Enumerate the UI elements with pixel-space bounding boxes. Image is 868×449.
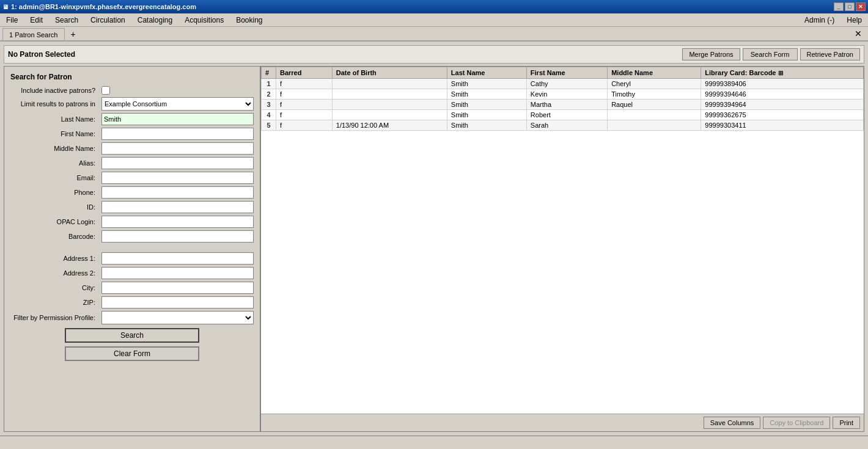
table-cell: 99999394964: [701, 100, 864, 110]
table-cell: [332, 89, 447, 100]
table-row[interactable]: 4fSmithRobert99999362675: [262, 110, 864, 120]
table-header-row: # Barred Date of Birth Last Name First N…: [262, 67, 864, 79]
results-tbody: 1fSmithCathyCheryl999993894062fSmithKevi…: [262, 79, 864, 131]
include-inactive-checkbox[interactable]: [101, 86, 110, 95]
merge-patrons-button[interactable]: Merge Patrons: [682, 48, 740, 60]
id-input[interactable]: [101, 201, 254, 213]
barcode-row: Barcode:: [10, 230, 254, 243]
minimize-button[interactable]: _: [834, 2, 844, 11]
table-cell: [608, 120, 701, 131]
city-input[interactable]: [101, 282, 254, 294]
alias-row: Alias:: [10, 157, 254, 169]
table-row[interactable]: 1fSmithCathyCheryl99999389406: [262, 79, 864, 89]
alias-input[interactable]: [101, 157, 254, 169]
menu-admin[interactable]: Admin (-): [801, 15, 838, 26]
opac-login-row: OPAC Login:: [10, 216, 254, 228]
middle-name-input[interactable]: [101, 142, 254, 155]
menu-booking[interactable]: Booking: [232, 15, 266, 26]
limit-results-row: Limit results to patrons in Example Cons…: [10, 97, 254, 111]
table-cell: f: [276, 120, 333, 131]
search-form-button[interactable]: Search Form: [743, 48, 798, 60]
phone-row: Phone:: [10, 186, 254, 199]
results-table-container[interactable]: # Barred Date of Birth Last Name First N…: [261, 67, 864, 414]
table-cell: 99999389406: [701, 79, 864, 89]
table-row[interactable]: 3fSmithMarthaRaquel99999394964: [262, 100, 864, 110]
close-button[interactable]: ✕: [856, 2, 866, 11]
maximize-button[interactable]: □: [845, 2, 855, 11]
col-dob[interactable]: Date of Birth: [332, 67, 447, 79]
table-row[interactable]: 2fSmithKevinTimothy99999394646: [262, 89, 864, 100]
col-num[interactable]: #: [262, 67, 276, 79]
zip-row: ZIP:: [10, 296, 254, 308]
table-cell: [332, 79, 447, 89]
table-cell: Smith: [447, 89, 526, 100]
tab-bar: 1 Patron Search + ✕: [0, 27, 868, 42]
phone-input[interactable]: [101, 186, 254, 199]
include-inactive-row: Include inactive patrons?: [10, 86, 254, 95]
first-name-row: First Name:: [10, 128, 254, 140]
retrieve-patron-button[interactable]: Retrieve Patron: [800, 48, 860, 60]
filter-row: Filter by Permission Profile:: [10, 311, 254, 324]
table-cell: Smith: [447, 79, 526, 89]
col-last-name[interactable]: Last Name: [447, 67, 526, 79]
menu-cataloging[interactable]: Cataloging: [134, 15, 176, 26]
search-area: Search for Patron Include inactive patro…: [4, 66, 864, 432]
results-table: # Barred Date of Birth Last Name First N…: [261, 67, 864, 131]
col-middle-name[interactable]: Middle Name: [608, 67, 701, 79]
zip-input[interactable]: [101, 296, 254, 308]
col-first-name[interactable]: First Name: [526, 67, 607, 79]
col-library-card[interactable]: Library Card: Barcode ⊞: [701, 67, 864, 79]
barcode-input[interactable]: [101, 230, 254, 243]
opac-login-input[interactable]: [101, 216, 254, 228]
print-button[interactable]: Print: [833, 417, 860, 429]
results-bottom-bar: Save Columns Copy to Clipboard Print: [261, 414, 864, 431]
phone-label: Phone:: [10, 189, 99, 196]
address1-row: Address 1:: [10, 252, 254, 265]
table-cell: Raquel: [608, 100, 701, 110]
table-cell: 99999394646: [701, 89, 864, 100]
alias-label: Alias:: [10, 159, 99, 167]
clear-form-button[interactable]: Clear Form: [65, 346, 199, 361]
menu-file[interactable]: File: [2, 15, 21, 26]
table-cell: [332, 110, 447, 120]
address2-input[interactable]: [101, 267, 254, 279]
save-columns-button[interactable]: Save Columns: [704, 417, 761, 429]
main-content: No Patron Selected Merge Patrons Search …: [0, 42, 868, 436]
copy-clipboard-button[interactable]: Copy to Clipboard: [763, 417, 830, 429]
table-cell: 2: [262, 89, 276, 100]
window-title: 1: admin@BR1-winxpvmfx.phasefx.evergreen…: [11, 3, 196, 10]
tab-close-button[interactable]: ✕: [851, 29, 866, 38]
menu-circulation[interactable]: Circulation: [87, 15, 129, 26]
results-panel: # Barred Date of Birth Last Name First N…: [261, 67, 864, 431]
menu-bar: File Edit Search Circulation Cataloging …: [0, 13, 868, 27]
last-name-input[interactable]: [101, 113, 254, 125]
menu-search[interactable]: Search: [51, 15, 82, 26]
first-name-input[interactable]: [101, 128, 254, 140]
menu-acquisitions[interactable]: Acquisitions: [181, 15, 227, 26]
address1-input[interactable]: [101, 252, 254, 265]
city-row: City:: [10, 282, 254, 294]
patron-buttons: Merge Patrons Search Form Retrieve Patro…: [682, 48, 860, 60]
tab-patron-search[interactable]: 1 Patron Search: [2, 28, 65, 40]
limit-results-label: Limit results to patrons in: [10, 100, 99, 108]
table-cell: Cathy: [526, 79, 607, 89]
menu-help[interactable]: Help: [843, 15, 866, 26]
table-cell: f: [276, 110, 333, 120]
search-form-panel: Search for Patron Include inactive patro…: [4, 67, 261, 431]
middle-name-row: Middle Name:: [10, 142, 254, 155]
col-barred[interactable]: Barred: [276, 67, 333, 79]
search-button[interactable]: Search: [65, 328, 199, 343]
id-row: ID:: [10, 201, 254, 213]
filter-select[interactable]: [101, 311, 254, 324]
table-cell: 1: [262, 79, 276, 89]
email-input[interactable]: [101, 172, 254, 184]
table-cell: Kevin: [526, 89, 607, 100]
address1-label: Address 1:: [10, 255, 99, 262]
table-cell: f: [276, 79, 333, 89]
email-label: Email:: [10, 174, 99, 181]
menu-edit[interactable]: Edit: [26, 15, 46, 26]
limit-results-select[interactable]: Example Consortium BR1 BR2 BR3: [101, 97, 254, 111]
tab-add-button[interactable]: +: [66, 28, 81, 40]
table-row[interactable]: 5f1/13/90 12:00 AMSmithSarah99999303411: [262, 120, 864, 131]
table-cell: Sarah: [526, 120, 607, 131]
